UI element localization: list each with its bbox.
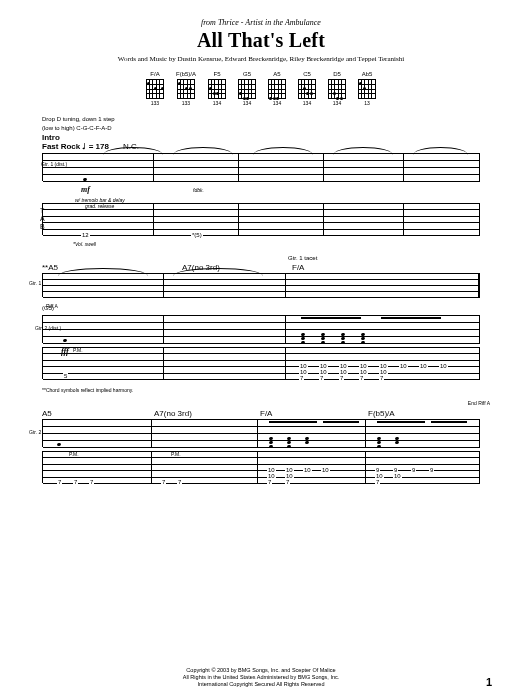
gtr1-tacet: Gtr. 1 tacet bbox=[288, 255, 317, 261]
system-3: A5 A7(no 3rd) F/A F(b5)/A End Riff A Gtr… bbox=[42, 409, 494, 483]
chord-diagram: G5 134 bbox=[238, 71, 256, 106]
dynamic-mf: mf bbox=[81, 185, 90, 194]
system-intro: Drop D tuning, down 1 step (low to high)… bbox=[42, 116, 494, 235]
gtr2-small-label: Gtr. 2 bbox=[29, 429, 41, 435]
chord-diagram-row: F/A 133 F(b5)/A 133 F5 134 G5 134 bbox=[28, 71, 494, 106]
chord-footnote: **Chord symbols reflect implied harmony. bbox=[42, 387, 133, 393]
gtr1-small-label: Gtr. 1 bbox=[29, 280, 41, 286]
technique-fdbk: fdbk. bbox=[193, 187, 204, 193]
tuning-note-2: (low to high) C-G-C-F-A-D bbox=[42, 125, 494, 132]
chord-diagram: F/A 133 bbox=[146, 71, 164, 106]
notation-staff-gtr1: Gtr. 1 bbox=[42, 273, 480, 297]
notation-staff-3: Gtr. 2 P.M. P.M. bbox=[42, 419, 480, 447]
chord-diagram: D5 134 bbox=[328, 71, 346, 106]
section-label: Intro bbox=[42, 133, 60, 142]
credits: Words and Music by Dustin Kensrue, Edwar… bbox=[28, 55, 494, 63]
chord-diagram: A5 134 bbox=[268, 71, 286, 106]
from-line: from Thrice - Artist in the Ambulance bbox=[28, 18, 494, 27]
chord-symbol: **A5 bbox=[42, 263, 58, 272]
header: from Thrice - Artist in the Ambulance Al… bbox=[28, 18, 494, 63]
tempo-marking: Fast Rock ♩ = 178 bbox=[42, 142, 109, 151]
tab-number: 12 bbox=[81, 232, 90, 238]
tab-number: *(5) bbox=[191, 232, 203, 238]
system-2: **A5 A7(no 3rd) Gtr. 1 tacet F/A Gtr. 1 … bbox=[42, 263, 494, 379]
chord-symbol: F(b5)/A bbox=[368, 409, 395, 418]
chord-symbol: A5 bbox=[42, 409, 52, 418]
chord-symbol: F/A bbox=[260, 409, 272, 418]
tab-staff-3: 7 7 7 7 7 10 10 7 10 10 7 10 10 9 10 7 9… bbox=[42, 451, 480, 483]
end-riff-label: End Riff A bbox=[468, 400, 490, 406]
tuning-note: Drop D tuning, down 1 step bbox=[42, 116, 494, 123]
sheet-music-page: from Thrice - Artist in the Ambulance Al… bbox=[0, 0, 522, 696]
chord-diagram: C5 134 bbox=[298, 71, 316, 106]
chord-diagram: Ab5 13 bbox=[358, 71, 376, 106]
chord-diagram: F(b5)/A 133 bbox=[176, 71, 196, 106]
copyright: Copyright © 2003 by BMG Songs, Inc. and … bbox=[0, 667, 522, 688]
notation-staff-gtr2: Riff A Gtr. 2 (dist.) fff P.M. bbox=[42, 315, 480, 343]
chord-symbol: A7(no 3rd) bbox=[154, 409, 192, 418]
tab-staff-2: 5 10 10 7 10 10 7 10 10 7 10 10 7 10 10 … bbox=[42, 347, 480, 379]
page-number: 1 bbox=[486, 676, 492, 688]
song-title: All That's Left bbox=[28, 29, 494, 52]
gtr2-label-2: Gtr. 2 (dist.) bbox=[35, 325, 65, 331]
chord-diagram: F5 134 bbox=[208, 71, 226, 106]
gtr2-label: Riff A bbox=[46, 303, 58, 309]
tab-staff: T A B 12 *(5) *Vol. swell bbox=[42, 203, 480, 235]
notation-staff: Gtr. 1 (dist.) mf w/ tremolo bar & delay… bbox=[42, 153, 480, 181]
vol-swell-note: *Vol. swell bbox=[73, 241, 96, 247]
chord-symbol: F/A bbox=[292, 263, 304, 272]
